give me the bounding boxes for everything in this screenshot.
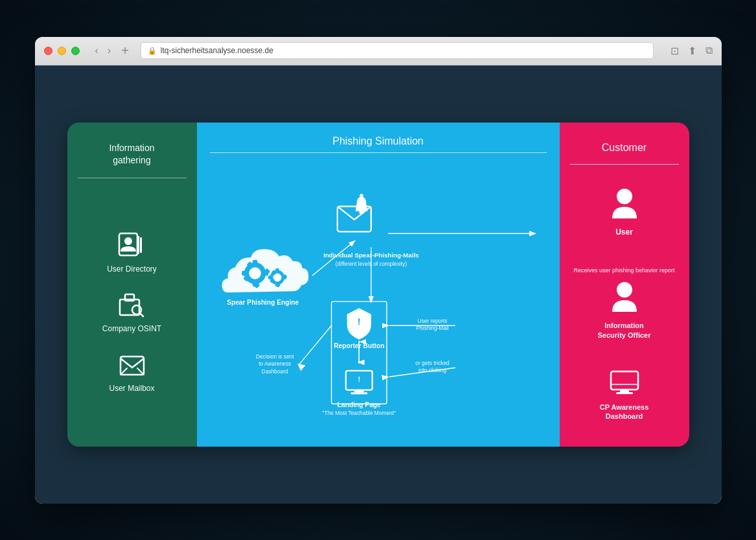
browser-window: ‹ › + 🔒 ltq-sicherheitsanalyse.noesse.de… (35, 37, 722, 504)
landing-page-icon: ! (345, 370, 372, 393)
forward-button[interactable]: › (105, 45, 113, 56)
panel-right-title: Customer (560, 135, 689, 160)
svg-text:Dashboard: Dashboard (261, 368, 288, 374)
svg-text:Landing Page: Landing Page (337, 401, 380, 408)
svg-text:to Awareness: to Awareness (258, 360, 291, 367)
iso-item: Receives user phishing behavior report I… (573, 267, 674, 340)
panel-left-title: Informationgathering (67, 135, 197, 174)
share-icon[interactable]: ⬆ (688, 45, 696, 57)
svg-point-1 (124, 237, 132, 245)
back-button[interactable]: ‹ (93, 45, 101, 56)
browser-content: Informationgathering (35, 65, 722, 504)
svg-line-7 (140, 313, 143, 316)
middle-divider (210, 152, 547, 153)
svg-line-9 (120, 368, 127, 375)
svg-rect-4 (120, 299, 139, 315)
spear-phishing-engine-group: Spear Phishing Engine (222, 249, 308, 305)
svg-rect-34 (359, 211, 363, 213)
left-divider (78, 178, 187, 178)
maximize-button[interactable] (71, 47, 80, 55)
panel-phishing-simulation: Phishing Simulation (197, 123, 560, 447)
svg-point-12 (249, 267, 261, 279)
svg-rect-13 (252, 260, 257, 265)
svg-text:or gets tricked: or gets tricked (415, 359, 450, 366)
customer-user-label: User (615, 228, 633, 237)
close-button[interactable] (44, 47, 52, 55)
user-directory-icon (117, 229, 148, 261)
user-mailbox-item: User Mailbox (109, 349, 154, 393)
right-divider (570, 164, 679, 165)
svg-rect-2 (137, 236, 139, 254)
svg-text:!: ! (358, 375, 360, 382)
middle-diagram-svg: Spear Phishing Engine (210, 163, 547, 434)
dashboard-item: ! CP AwarenessDashboard (600, 370, 649, 421)
svg-rect-42 (354, 390, 363, 392)
lock-icon: 🔒 (148, 47, 157, 55)
diagram-card: Informationgathering (67, 123, 689, 447)
url-text: ltq-sicherheitsanalyse.noesse.de (161, 46, 273, 55)
browser-toolbar-icons: ⊡ ⬆ ⧉ (670, 45, 713, 57)
panel-middle-title: Phishing Simulation (210, 135, 547, 147)
dashboard-icon: ! (610, 370, 639, 399)
svg-point-35 (360, 193, 363, 197)
svg-rect-3 (140, 237, 142, 253)
panel-customer: Customer User (560, 123, 689, 447)
panel-information-gathering: Informationgathering (67, 123, 197, 447)
svg-text:User reports: User reports (417, 317, 447, 323)
dashboard-label: CP AwarenessDashboard (600, 403, 649, 421)
svg-point-60 (617, 189, 632, 204)
company-osint-item: Company OSINT (102, 289, 161, 333)
new-tab-button[interactable]: + (121, 43, 129, 58)
company-osint-label: Company OSINT (102, 324, 161, 333)
tabs-icon[interactable]: ⧉ (705, 45, 713, 57)
svg-text:!: ! (623, 375, 626, 383)
svg-text:Spear Phishing Engine: Spear Phishing Engine (227, 298, 299, 305)
svg-rect-65 (616, 392, 633, 394)
right-items-container: User Receives user phishing behavior rep… (560, 175, 689, 434)
svg-rect-43 (350, 392, 367, 394)
browser-titlebar: ‹ › + 🔒 ltq-sicherheitsanalyse.noesse.de… (35, 37, 722, 65)
reporter-button-icon: ! (347, 308, 371, 339)
user-mailbox-label: User Mailbox (109, 384, 154, 393)
svg-text:!: ! (357, 316, 360, 327)
svg-point-61 (617, 282, 632, 298)
svg-text:"The Most Teachable Moment": "The Most Teachable Moment" (322, 409, 395, 416)
address-bar[interactable]: 🔒 ltq-sicherheitsanalyse.noesse.de (141, 42, 654, 59)
customer-user-item: User (611, 187, 638, 237)
company-osint-icon (116, 289, 147, 320)
customer-user-icon (611, 187, 638, 224)
minimize-button[interactable] (58, 47, 66, 55)
receives-label: Receives user phishing behavior report (573, 267, 674, 275)
svg-text:Decision is sent: Decision is sent (256, 353, 294, 360)
svg-rect-16 (242, 270, 247, 275)
user-directory-label: User Directory (107, 264, 157, 274)
reader-mode-icon[interactable]: ⊡ (670, 45, 679, 57)
user-mailbox-icon (117, 349, 148, 380)
email-icon (337, 193, 371, 231)
iso-icon (611, 281, 638, 317)
iso-label: InformationSecurity Officer (598, 321, 651, 340)
left-items-container: User Directory Company OSINT (67, 189, 197, 434)
svg-rect-64 (620, 390, 629, 392)
svg-line-10 (137, 368, 144, 375)
user-directory-item: User Directory (107, 229, 157, 274)
